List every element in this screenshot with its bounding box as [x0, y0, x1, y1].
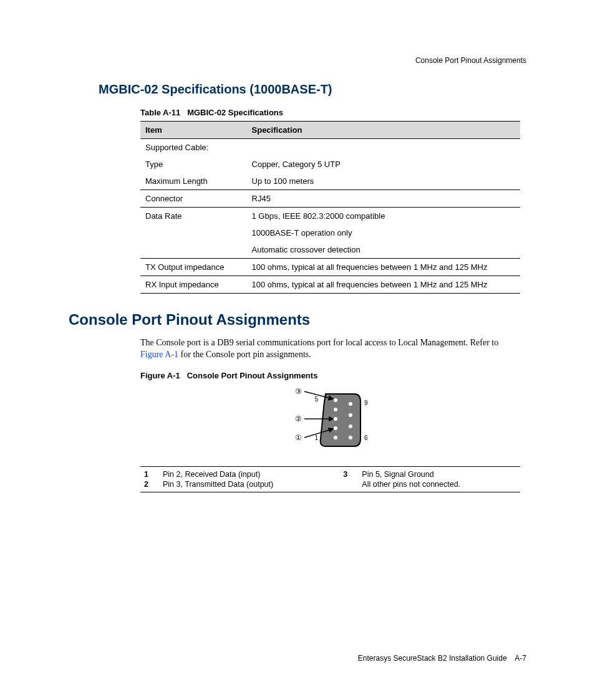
- db9-connector-icon: ③ ② ① 5 9 1 6: [268, 386, 393, 455]
- cell-spec: Copper, Category 5 UTP: [247, 156, 520, 173]
- pin-label-5: 5: [314, 396, 318, 403]
- cell-item: Connector: [140, 190, 247, 208]
- svg-point-4: [334, 398, 337, 402]
- cell-spec: 1 Gbps, IEEE 802.3:2000 compatible: [247, 208, 520, 225]
- table-row: TX Output impedance 100 ohms, typical at…: [140, 259, 520, 276]
- body-text-post: for the Console port pin assignments.: [178, 350, 311, 359]
- cell-item: Type: [140, 156, 247, 173]
- table-row: Data Rate 1 Gbps, IEEE 802.3:2000 compat…: [140, 208, 520, 225]
- body-text-pre: The Console port is a DB9 serial communi…: [140, 338, 498, 347]
- section-heading-console-port: Console Port Pinout Assignments: [69, 311, 526, 328]
- svg-point-0: [349, 402, 352, 406]
- table-row: RX Input impedance 100 ohms, typical at …: [140, 276, 520, 294]
- svg-point-1: [349, 413, 352, 417]
- pin-label-1: 1: [314, 434, 318, 441]
- legend-text: Pin 2, Received Data (input): [159, 469, 339, 479]
- table-caption-label: Table A-11: [140, 108, 180, 117]
- col-header-spec: Specification: [247, 122, 520, 139]
- legend-text: All other pins not connected.: [358, 479, 520, 489]
- table-row: Supported Cable:: [140, 139, 520, 156]
- cell-item: Supported Cable:: [140, 139, 247, 156]
- table-row: Automatic crossover detection: [140, 241, 520, 259]
- cell-item: Data Rate: [140, 208, 247, 225]
- figure-caption-label: Figure A-1: [140, 371, 180, 380]
- svg-point-7: [334, 426, 337, 430]
- svg-point-6: [334, 417, 337, 421]
- pin-label-6: 6: [364, 434, 368, 441]
- cell-item: [140, 224, 247, 241]
- cell-spec: 1000BASE-T operation only: [247, 224, 520, 241]
- table-caption: Table A-11 MGBIC-02 Specifications: [140, 108, 520, 117]
- figure-caption: Figure A-1 Console Port Pinout Assignmen…: [140, 371, 526, 380]
- table-row: Type Copper, Category 5 UTP: [140, 156, 520, 173]
- legend-num: 3: [339, 469, 358, 479]
- callout-3: ③: [294, 387, 301, 396]
- legend-text: Pin 3, Transmitted Data (output): [159, 479, 339, 489]
- cell-spec: [247, 139, 520, 156]
- spec-table: Item Specification Supported Cable: Type…: [140, 121, 520, 294]
- table-caption-title: MGBIC-02 Specifications: [187, 108, 283, 117]
- svg-point-5: [334, 408, 337, 411]
- svg-point-8: [334, 436, 337, 439]
- legend-num: [339, 479, 358, 489]
- svg-point-2: [349, 424, 352, 428]
- cell-item: TX Output impedance: [140, 259, 247, 276]
- table-row: Connector RJ45: [140, 190, 520, 208]
- table-row: 1000BASE-T operation only: [140, 224, 520, 241]
- pin-label-9: 9: [364, 400, 368, 406]
- figure-legend: 1 Pin 2, Received Data (input) 3 Pin 5, …: [140, 466, 520, 492]
- callout-2: ②: [294, 415, 301, 423]
- cell-spec: 100 ohms, typical at all frequencies bet…: [247, 276, 520, 294]
- cell-item: RX Input impedance: [140, 276, 247, 294]
- section-heading-mgbic02: MGBIC-02 Specifications (1000BASE-T): [99, 82, 526, 97]
- legend-num: 2: [140, 479, 159, 489]
- cell-spec: Up to 100 meters: [247, 173, 520, 190]
- figure-caption-title: Console Port Pinout Assignments: [187, 371, 318, 380]
- footer-page-number: A-7: [515, 654, 526, 663]
- legend-num: 1: [140, 469, 159, 479]
- figure-cross-ref-link[interactable]: Figure A-1: [140, 350, 178, 359]
- legend-text: Pin 5, Signal Ground: [358, 469, 520, 479]
- cell-item: Maximum Length: [140, 173, 247, 190]
- running-head: Console Port Pinout Assignments: [69, 56, 526, 65]
- table-row: Maximum Length Up to 100 meters: [140, 173, 520, 190]
- figure-db9-connector: ③ ② ① 5 9 1 6: [140, 386, 520, 458]
- cell-spec: 100 ohms, typical at all frequencies bet…: [247, 259, 520, 276]
- cell-item: [140, 241, 247, 259]
- callout-1: ①: [294, 433, 301, 442]
- page-footer: Enterasys SecureStack B2 Installation Gu…: [358, 654, 526, 663]
- cell-spec: Automatic crossover detection: [247, 241, 520, 259]
- footer-book-title: Enterasys SecureStack B2 Installation Gu…: [358, 654, 507, 663]
- svg-point-3: [349, 436, 352, 439]
- cell-spec: RJ45: [247, 190, 520, 208]
- col-header-item: Item: [140, 122, 247, 139]
- body-paragraph: The Console port is a DB9 serial communi…: [140, 337, 520, 361]
